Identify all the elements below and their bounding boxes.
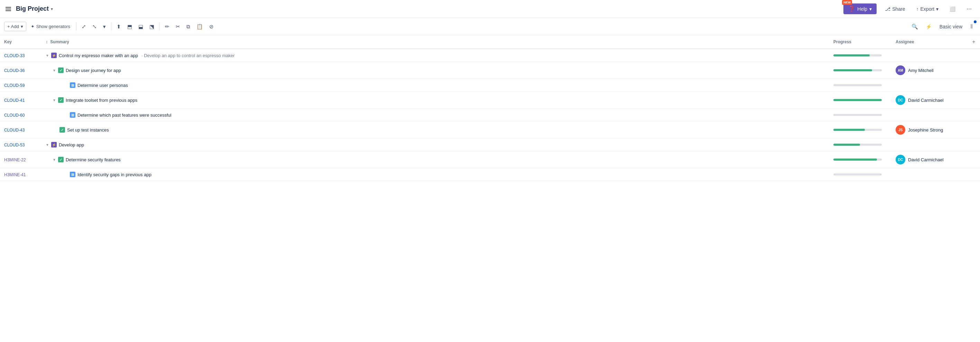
arrow-dropdown-button[interactable]: ▾ (101, 22, 108, 32)
header-left: Big Project ▾ (6, 5, 53, 13)
issue-key[interactable]: CLOUD-60 (4, 113, 25, 118)
paste-button[interactable]: 📋 (194, 22, 205, 32)
help-button[interactable]: NEW ❓ Help ▾ (843, 3, 877, 14)
show-generators-button[interactable]: ✦ Show generators (28, 22, 73, 31)
assignee-cell: JSJosephine Strong (891, 121, 967, 139)
progress-cell (829, 79, 891, 92)
toolbar-separator-2 (111, 22, 111, 31)
issue-summary[interactable]: Identify security gaps in previous app (78, 172, 151, 177)
progress-cell (829, 139, 891, 151)
add-column-button[interactable]: + (972, 39, 975, 45)
share-button[interactable]: ⎇ Share (882, 5, 908, 13)
outdent-icon: ⬓ (138, 24, 143, 30)
progress-bar (834, 54, 882, 56)
issue-key[interactable]: CLOUD-59 (4, 83, 25, 88)
row-expand-icon[interactable]: ▼ (52, 158, 56, 161)
align-icon: ⬔ (150, 24, 154, 30)
generators-label: Show generators (36, 24, 70, 29)
progress-cell (829, 49, 891, 62)
row-expand-icon[interactable]: ▼ (46, 143, 49, 147)
assignee-name: David Carmichael (908, 97, 944, 103)
progress-bar (834, 173, 882, 176)
progress-bar (834, 129, 882, 131)
summary-column-header[interactable]: ↕ Summary (41, 35, 829, 49)
upload-icon: ⬆ (116, 24, 121, 30)
columns-button[interactable]: ⦀ (968, 21, 976, 32)
issue-key[interactable]: H3MINE-41 (4, 173, 26, 177)
indent-button[interactable]: ⬒ (125, 22, 135, 32)
table-row: H3MINE-41⊞Identify security gaps in prev… (0, 168, 980, 181)
row-expand-icon[interactable]: ▼ (52, 98, 56, 102)
issue-key[interactable]: H3MINE-22 (4, 158, 26, 162)
export-button[interactable]: ↑ Export ▾ (913, 5, 941, 13)
issue-summary[interactable]: Determine security features (66, 157, 121, 162)
copy-icon: ⧉ (186, 24, 190, 30)
assignee-cell: DCDavid Carmichael (891, 151, 967, 168)
issue-summary[interactable]: Determine user personas (78, 83, 128, 88)
search-button[interactable]: 🔍 (909, 22, 921, 32)
edit-button[interactable]: ✏ (162, 22, 172, 32)
issue-key[interactable]: CLOUD-36 (4, 68, 25, 73)
row-expand-icon[interactable]: ▼ (46, 54, 49, 58)
row-add-cell (967, 92, 980, 109)
issue-summary[interactable]: Design user journey for app (66, 68, 121, 73)
issue-key[interactable]: CLOUD-43 (4, 128, 25, 133)
more-icon: ··· (967, 5, 972, 13)
issue-type-icon: ⊞ (70, 172, 75, 177)
issue-summary[interactable]: Set up test instances (67, 127, 109, 133)
issue-summary[interactable]: Determine which past features were succe… (78, 112, 172, 118)
row-expand-icon[interactable]: ▼ (52, 69, 56, 72)
issue-key[interactable]: CLOUD-41 (4, 98, 25, 103)
arrow-dropdown-icon: ▾ (103, 24, 106, 30)
summary-sort-icon: ↕ (46, 40, 48, 44)
table-row: CLOUD-60⊞Determine which past features w… (0, 109, 980, 121)
filter-button[interactable]: ⚡ (923, 22, 934, 31)
progress-bar (834, 69, 882, 71)
menu-icon[interactable] (6, 7, 11, 11)
copy-button[interactable]: ⧉ (184, 22, 192, 32)
issue-key[interactable]: CLOUD-53 (4, 142, 25, 147)
assignee-cell: AMAmy Mitchell (891, 62, 967, 79)
progress-cell (829, 168, 891, 181)
more-button[interactable]: ··· (964, 4, 974, 14)
cut-button[interactable]: ✂ (173, 22, 183, 32)
header-right: NEW ❓ Help ▾ ⎇ Share ↑ Export ▾ ⬜ ··· (843, 3, 974, 14)
row-add-cell (967, 168, 980, 181)
issue-summary[interactable]: Control my espresso maker with an app (59, 53, 138, 58)
issue-key[interactable]: CLOUD-33 (4, 53, 25, 58)
outdent-button[interactable]: ⬓ (136, 22, 146, 32)
table-row: CLOUD-53▼⚡Develop app (0, 139, 980, 151)
pencil-icon: ✏ (165, 24, 169, 30)
align-button[interactable]: ⬔ (147, 22, 157, 32)
progress-cell (829, 62, 891, 79)
issue-type-icon: ✓ (59, 127, 65, 133)
collapse-button[interactable]: ⤡ (90, 22, 99, 32)
issues-table: Key ↕ Summary Progress Assignee + CLOUD-… (0, 35, 980, 181)
progress-cell (829, 151, 891, 168)
indent-icon: ⬒ (127, 24, 132, 30)
view-label[interactable]: Basic view (937, 22, 965, 31)
toolbar-separator-3 (159, 22, 160, 31)
project-chevron-icon[interactable]: ▾ (51, 6, 53, 11)
add-button[interactable]: + Add ▾ (4, 22, 26, 31)
issue-summary[interactable]: Develop app (59, 142, 84, 147)
issue-summary[interactable]: Integrate toolset from previous apps (66, 97, 137, 103)
assignee-column-header: Assignee (891, 35, 967, 49)
window-button[interactable]: ⬜ (947, 5, 958, 13)
progress-column-header: Progress (829, 35, 891, 49)
assignee-cell (891, 79, 967, 92)
add-column-header[interactable]: + (967, 35, 980, 49)
row-add-cell (967, 121, 980, 139)
expand-button[interactable]: ⤢ (79, 22, 89, 32)
upload-button[interactable]: ⬆ (114, 22, 123, 32)
columns-icon: ⦀ (970, 23, 974, 30)
row-add-cell (967, 151, 980, 168)
progress-fill (834, 69, 872, 71)
progress-cell (829, 109, 891, 121)
clear-button[interactable]: ⊘ (207, 22, 216, 32)
issue-type-icon: ⊞ (70, 112, 75, 118)
table-body: CLOUD-33▼⚡Control my espresso maker with… (0, 49, 980, 181)
row-add-cell (967, 109, 980, 121)
progress-bar (834, 99, 882, 101)
row-add-cell (967, 79, 980, 92)
